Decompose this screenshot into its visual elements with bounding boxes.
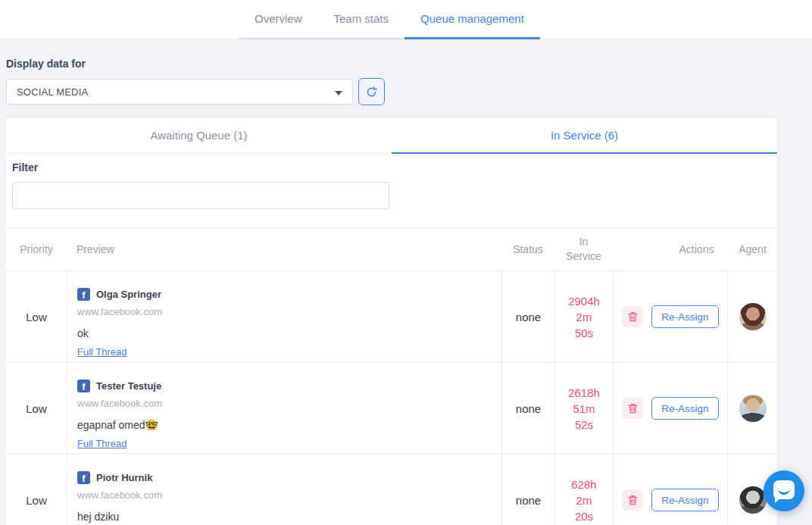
facebook-icon: f <box>77 288 90 301</box>
facebook-icon: f <box>77 380 90 392</box>
customer-name: Piotr Hurnik <box>96 472 152 483</box>
agent-avatar[interactable] <box>739 395 767 422</box>
table-header: Priority Preview Status In Service Actio… <box>6 227 778 271</box>
status-cell: none <box>501 455 554 525</box>
column-header-preview: Preview <box>67 243 501 255</box>
source-url: www.facebook.com <box>77 398 501 409</box>
table-body: Low f Olga Springer www.facebook.com ok … <box>6 271 778 525</box>
preview-cell: f Olga Springer www.facebook.com ok Full… <box>67 271 501 362</box>
preview-cell: f Tester Testuje www.facebook.com egapna… <box>67 363 501 454</box>
filter-input[interactable] <box>12 182 389 209</box>
source-url: www.facebook.com <box>77 306 501 317</box>
in-service-cell: 2618h51m52s <box>554 363 613 454</box>
refresh-button[interactable] <box>358 78 385 105</box>
preview-cell: f Piotr Hurnik www.facebook.com hej dzik… <box>67 455 501 525</box>
agent-avatar[interactable] <box>739 486 767 514</box>
queue-select-value: SOCIAL MEDIA <box>17 86 88 98</box>
full-thread-link[interactable]: Full Thread <box>77 438 127 449</box>
delete-button[interactable] <box>622 306 643 327</box>
agent-cell <box>727 363 778 454</box>
chat-launcher-button[interactable] <box>764 470 804 511</box>
delete-button[interactable] <box>622 489 643 511</box>
tab-in-service[interactable]: In Service (6) <box>392 118 777 154</box>
delete-button[interactable] <box>622 398 643 419</box>
chevron-down-icon <box>335 91 342 95</box>
tab-queue-management[interactable]: Queue management <box>404 0 540 39</box>
queue-panel: Awaiting Queue (1) In Service (6) Filter… <box>6 118 778 525</box>
queue-select[interactable]: SOCIAL MEDIA <box>6 79 353 105</box>
column-header-priority: Priority <box>6 243 67 255</box>
message-preview: egapnaf omed🤓 <box>77 419 501 431</box>
filter-label: Filter <box>12 161 38 173</box>
actions-cell: Re-Assign <box>613 271 727 362</box>
report-tabs: Overview Team stats Queue management <box>239 0 540 39</box>
trash-icon <box>628 311 638 322</box>
message-preview: hej dziku <box>77 511 501 523</box>
queue-table: Priority Preview Status In Service Actio… <box>6 227 778 525</box>
priority-cell: Low <box>6 271 67 362</box>
queue-panel-tabs: Awaiting Queue (1) In Service (6) <box>6 118 777 154</box>
facebook-icon: f <box>77 471 90 484</box>
actions-cell: Re-Assign <box>613 363 727 454</box>
trash-icon <box>628 403 638 414</box>
top-navigation-bar: Overview Team stats Queue management <box>0 0 812 39</box>
table-row: Low f Tester Testuje www.facebook.com eg… <box>6 363 778 455</box>
priority-cell: Low <box>6 455 67 525</box>
full-thread-link[interactable]: Full Thread <box>77 346 127 358</box>
message-preview: ok <box>77 327 501 339</box>
refresh-icon <box>365 86 378 98</box>
trash-icon <box>628 495 638 505</box>
agent-avatar[interactable] <box>739 303 767 330</box>
column-header-agent: Agent <box>727 243 778 255</box>
status-cell: none <box>501 363 554 454</box>
reassign-button[interactable]: Re-Assign <box>651 397 718 420</box>
in-service-cell: 628h2m20s <box>554 455 613 525</box>
status-cell: none <box>501 271 554 362</box>
customer-name: Olga Springer <box>96 289 161 300</box>
tab-team-stats[interactable]: Team stats <box>318 0 405 39</box>
tab-overview[interactable]: Overview <box>239 0 318 39</box>
reassign-button[interactable]: Re-Assign <box>651 489 718 511</box>
customer-name: Tester Testuje <box>96 380 161 392</box>
queue-management-page: Overview Team stats Queue management Dis… <box>0 0 812 525</box>
chat-bubble-icon <box>773 480 795 499</box>
reassign-button[interactable]: Re-Assign <box>651 305 718 328</box>
actions-cell: Re-Assign <box>613 455 727 525</box>
display-data-label: Display data for <box>6 58 86 70</box>
agent-cell <box>727 271 778 362</box>
column-header-in-service: In Service <box>554 235 613 264</box>
column-header-status: Status <box>501 243 554 255</box>
in-service-cell: 2904h2m50s <box>554 271 613 362</box>
source-url: www.facebook.com <box>77 489 501 501</box>
column-header-actions: Actions <box>613 243 727 255</box>
priority-cell: Low <box>6 363 67 454</box>
tab-awaiting-queue[interactable]: Awaiting Queue (1) <box>6 118 392 154</box>
table-row: Low f Piotr Hurnik www.facebook.com hej … <box>6 455 778 525</box>
table-row: Low f Olga Springer www.facebook.com ok … <box>6 271 778 363</box>
